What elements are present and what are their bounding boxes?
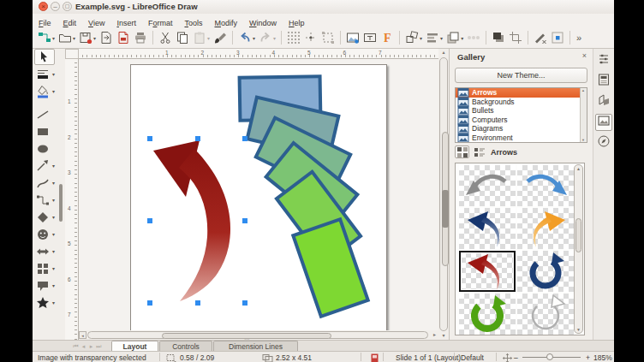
red-curved-arrow-shape[interactable] <box>153 140 230 301</box>
gallery-thumbnail-navy-circle-arrow[interactable] <box>517 251 574 292</box>
gallery-thumbnail-gray-curved-arrow[interactable] <box>459 165 516 206</box>
paste-dropdown-icon[interactable]: ▾ <box>207 35 210 41</box>
hscroll-right-arrow[interactable]: ▸ <box>431 331 438 339</box>
vscroll-track[interactable] <box>439 57 448 331</box>
fontwork-icon[interactable]: F <box>379 29 395 46</box>
selection-handle[interactable] <box>147 136 152 141</box>
stars-tool[interactable]: ▾ <box>34 294 55 311</box>
transformations-icon[interactable]: ▾ <box>404 29 423 46</box>
theme-item-environment[interactable]: Environment <box>456 134 587 143</box>
select-tool[interactable] <box>34 49 55 65</box>
menu-tools[interactable]: Tools <box>178 17 208 27</box>
lines-and-arrows-dropdown-icon[interactable]: ▾ <box>52 163 55 169</box>
zoom-level[interactable]: 185% <box>593 353 612 362</box>
symbol-shapes-dropdown-icon[interactable]: ▾ <box>52 231 55 237</box>
gallery-thumbnail-blue-curved-arrow[interactable] <box>517 165 574 206</box>
zoom-out-button[interactable]: – <box>514 353 518 362</box>
callouts-dropdown-icon[interactable]: ▾ <box>52 282 55 288</box>
theme-item-arrows[interactable]: Arrows <box>456 88 587 98</box>
fill-color-tool[interactable]: ▾ <box>34 83 55 99</box>
gallery-close-icon[interactable]: × <box>582 51 587 60</box>
drawing-page[interactable] <box>130 64 387 330</box>
flowchart-dropdown-icon[interactable]: ▾ <box>52 265 55 271</box>
curve-dropdown-icon[interactable]: ▾ <box>52 180 55 186</box>
crop-icon[interactable] <box>508 29 523 46</box>
sidebar-tab-shapes[interactable] <box>595 93 612 110</box>
clone-formatting-icon[interactable] <box>212 29 228 46</box>
theme-item-bullets[interactable]: Bullets <box>456 106 587 116</box>
icon-view-button[interactable] <box>455 145 469 158</box>
undo-icon[interactable]: ▾ <box>237 29 256 46</box>
insert-textbox-icon[interactable] <box>362 29 378 46</box>
open-folder-icon[interactable]: ▾ <box>57 29 76 46</box>
splitter-grip[interactable] <box>59 184 63 222</box>
sidebar-tab-master-pages[interactable] <box>595 73 612 90</box>
thumbnails-scroll-thumb[interactable] <box>575 218 581 252</box>
basic-shapes-tool[interactable]: ▾ <box>34 209 55 225</box>
undo-dropdown-icon[interactable]: ▾ <box>253 35 255 41</box>
maximize-button[interactable]: ▢ <box>63 2 72 11</box>
hscroll-left-box[interactable]: ◂ <box>79 331 86 339</box>
insert-image-icon[interactable] <box>345 29 361 46</box>
first-page-button[interactable]: ⏮ <box>72 341 80 351</box>
display-grid-icon[interactable] <box>286 29 301 46</box>
cut-icon[interactable] <box>158 29 173 46</box>
close-button[interactable]: × <box>39 2 48 11</box>
tab-controls[interactable]: Controls <box>159 341 212 351</box>
block-arrows-tool[interactable]: ▾ <box>34 243 55 259</box>
new-drawing-icon[interactable]: ▾ <box>37 29 56 46</box>
menu-insert[interactable]: Insert <box>110 17 142 27</box>
gallery-thumbnail-orange-arrow[interactable] <box>517 208 574 249</box>
curve-tool[interactable]: ▾ <box>34 175 55 191</box>
align-dropdown-icon[interactable]: ▾ <box>440 35 443 41</box>
minimize-button[interactable]: – <box>51 2 60 11</box>
thumbnails-scrollbar[interactable]: ▲▼ <box>574 164 583 334</box>
line-and-filling-tool[interactable]: ▾ <box>34 66 55 82</box>
vscroll-splitter-grip[interactable] <box>442 190 449 228</box>
selection-handle[interactable] <box>242 218 247 223</box>
detail-view-button[interactable] <box>472 145 486 158</box>
insert-line-tool[interactable] <box>34 106 55 122</box>
menu-modify[interactable]: Modify <box>208 17 243 27</box>
fill-color-dropdown-icon[interactable]: ▾ <box>52 88 55 94</box>
save-icon[interactable]: ▾ <box>78 29 97 46</box>
menu-view[interactable]: View <box>82 17 110 27</box>
zoom-in-button[interactable]: + <box>586 353 590 362</box>
list-scroll-up[interactable]: ▲ <box>581 88 586 92</box>
selection-handle[interactable] <box>195 136 200 141</box>
overflow-icon[interactable]: » <box>575 29 587 46</box>
thumb-scroll-up[interactable]: ▲ <box>575 166 582 171</box>
connector-tool[interactable]: ▾ <box>34 192 55 208</box>
sidebar-tab-properties[interactable] <box>595 52 612 69</box>
glue-points-icon[interactable] <box>550 29 565 46</box>
export-pdf-icon[interactable] <box>116 29 131 46</box>
last-page-button[interactable]: ⏭ <box>95 341 103 351</box>
copy-icon[interactable] <box>175 29 190 46</box>
list-scroll-down[interactable]: ▼ <box>581 138 586 142</box>
gallery-thumbnail-outline-circle-arrow[interactable] <box>517 294 574 335</box>
page-style[interactable]: Default <box>461 353 484 362</box>
transformations-dropdown-icon[interactable]: ▾ <box>420 35 422 41</box>
flowchart-tool[interactable]: ▾ <box>34 260 55 276</box>
basic-shapes-dropdown-icon[interactable]: ▾ <box>52 214 55 220</box>
save-dropdown-icon[interactable]: ▾ <box>93 35 96 41</box>
symbol-shapes-tool[interactable]: ▾ <box>34 226 55 242</box>
rectangle-tool[interactable] <box>34 123 55 139</box>
next-page-button[interactable]: ▸ <box>87 341 95 351</box>
selection-handle[interactable] <box>195 300 200 306</box>
line-and-filling-dropdown-icon[interactable]: ▾ <box>52 71 55 77</box>
menu-edit[interactable]: Edit <box>57 17 83 27</box>
theme-list-scrollbar[interactable]: ▲▼ <box>580 88 587 142</box>
stars-dropdown-icon[interactable]: ▾ <box>52 300 55 306</box>
lines-and-arrows-tool[interactable]: ▾ <box>34 157 55 174</box>
gallery-thumbnail-navy-arrow[interactable] <box>459 208 516 249</box>
hscroll-track[interactable]: ⋯ <box>87 331 428 339</box>
shadow-icon[interactable] <box>491 29 506 46</box>
open-folder-dropdown-icon[interactable]: ▾ <box>73 35 75 41</box>
arrange-dropdown-icon[interactable]: ▾ <box>461 35 463 41</box>
theme-item-diagrams[interactable]: Diagrams <box>456 124 587 134</box>
selection-handle[interactable] <box>147 300 152 306</box>
canvas-viewport[interactable] <box>79 59 438 330</box>
vscroll-up-arrow[interactable]: ▴ <box>439 49 448 56</box>
sidebar-tab-navigator[interactable] <box>595 134 612 151</box>
